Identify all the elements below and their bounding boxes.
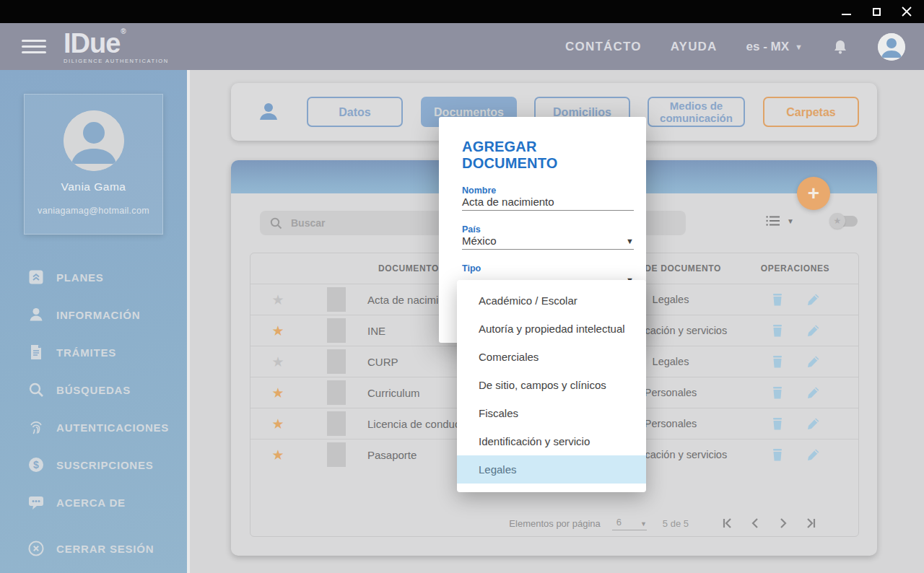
edit-button[interactable] — [806, 385, 821, 401]
registered-mark: ® — [121, 28, 125, 35]
chevron-down-icon: ▼ — [795, 43, 803, 51]
sidebar-item-label: CERRAR SESIÓN — [56, 543, 154, 555]
modal-title: AGREGAR DOCUMENTO — [462, 139, 632, 172]
edit-button[interactable] — [806, 292, 821, 307]
favorite-star-icon[interactable]: ★ — [250, 385, 305, 401]
document-thumbnail — [327, 442, 346, 467]
previous-page-button[interactable] — [749, 517, 762, 530]
sidebar-item-label: PLANES — [56, 271, 104, 284]
favorites-filter-toggle[interactable]: ★ — [832, 216, 858, 227]
minimize-icon — [842, 14, 851, 15]
sidebar-item-informacion[interactable]: INFORMACIÓN — [0, 296, 187, 333]
nombre-input[interactable]: Acta de nacimiento — [462, 198, 634, 211]
tab-carpetas[interactable]: Carpetas — [763, 97, 859, 127]
pagination-bar: Elementos por página 6 ▼ 5 de 5 — [250, 510, 858, 536]
list-view-icon — [766, 215, 780, 227]
sidebar-item-label: INFORMACIÓN — [56, 309, 140, 321]
option-de-sitio-campos-clinicos[interactable]: De sitio, campos y clínicos — [457, 371, 646, 399]
person-icon — [27, 306, 45, 323]
sidebar-item-planes[interactable]: PLANES — [0, 258, 187, 296]
delete-button[interactable] — [770, 385, 785, 401]
view-mode-selector[interactable]: ▼ — [766, 215, 794, 227]
sidebar-item-label: ACERCA DE — [56, 497, 126, 509]
sidebar-item-autenticaciones[interactable]: AUTENTICACIONES — [0, 408, 187, 446]
items-per-page-label: Elementos por página — [509, 518, 600, 529]
first-page-button[interactable] — [720, 517, 733, 530]
option-legales[interactable]: Legales — [457, 455, 646, 484]
tipo-options-listbox: Académico / Escolar Autoría y propiedad … — [457, 280, 646, 492]
option-autoria-propiedad-intelectual[interactable]: Autoría y propiedad intelectual — [457, 315, 646, 343]
app-logo: IDue® DILIGENCE AUTHENTICATION — [64, 30, 169, 64]
sidebar-item-tramites[interactable]: TRÁMITES — [0, 333, 187, 371]
minimize-button[interactable] — [840, 6, 852, 17]
last-page-button[interactable] — [805, 517, 818, 530]
delete-button[interactable] — [770, 292, 785, 307]
page-size-value: 6 — [612, 517, 622, 528]
star-icon: ★ — [829, 213, 845, 229]
logo-text: IDue — [64, 28, 120, 58]
edit-button[interactable] — [806, 447, 821, 463]
page-range: 5 de 5 — [663, 518, 689, 529]
sidebar-item-label: BÚSQUEDAS — [56, 384, 131, 396]
edit-button[interactable] — [806, 354, 821, 369]
field-label: Nombre — [462, 185, 634, 196]
field-label: Tipo — [462, 263, 634, 274]
edit-button[interactable] — [806, 416, 821, 432]
plans-icon — [27, 268, 45, 286]
document-thumbnail — [327, 318, 346, 343]
app-header: IDue® DILIGENCE AUTHENTICATION CONTÁCTO … — [0, 23, 924, 70]
favorite-star-icon[interactable]: ★ — [250, 354, 305, 370]
delete-button[interactable] — [770, 323, 785, 338]
user-avatar[interactable] — [878, 33, 905, 61]
sidebar-item-label: TRÁMITES — [56, 346, 116, 359]
sidebar-item-suscripciones[interactable]: $ SUSCRIPCIONES — [0, 446, 187, 484]
tab-datos[interactable]: Datos — [307, 97, 403, 127]
language-selector[interactable]: es - MX ▼ — [746, 40, 803, 54]
delete-button[interactable] — [770, 416, 785, 432]
sidebar-item-acerca-de[interactable]: ACERCA DE — [0, 484, 187, 521]
maximize-icon — [873, 8, 881, 16]
favorite-star-icon[interactable]: ★ — [250, 292, 305, 308]
option-fiscales[interactable]: Fiscales — [457, 399, 646, 427]
field-nombre: Nombre Acta de nacimiento — [462, 185, 634, 211]
sidebar-item-cerrar-sesion[interactable]: CERRAR SESIÓN — [0, 530, 187, 567]
svg-text:$: $ — [33, 459, 39, 471]
profile-email: vaniagamag@hotmail.com — [38, 206, 149, 216]
favorite-star-icon[interactable]: ★ — [250, 447, 305, 463]
logo-tagline: DILIGENCE AUTHENTICATION — [64, 58, 169, 64]
document-thumbnail — [327, 287, 346, 312]
pais-select[interactable]: México ▼ — [462, 237, 634, 250]
document-thumbnail — [327, 380, 346, 405]
menu-icon[interactable] — [22, 40, 46, 53]
maximize-button[interactable] — [871, 6, 882, 17]
tab-medios-de-comunicacion[interactable]: Medios de comunicación — [648, 97, 745, 127]
option-academico-escolar[interactable]: Académico / Escolar — [457, 286, 646, 315]
page-size-select[interactable]: 6 ▼ — [612, 517, 647, 530]
sidebar: Vania Gama vaniagamag@hotmail.com PLANES… — [0, 70, 187, 573]
close-button[interactable] — [901, 6, 912, 17]
search-icon — [270, 217, 282, 229]
chevron-down-icon: ▼ — [787, 217, 794, 225]
add-document-button[interactable]: + — [797, 177, 830, 210]
favorite-star-icon[interactable]: ★ — [250, 416, 305, 432]
next-page-button[interactable] — [777, 517, 790, 530]
chevron-down-icon: ▼ — [640, 520, 647, 528]
close-icon — [902, 6, 912, 17]
nav-help[interactable]: AYUDA — [671, 40, 718, 54]
sidebar-menu: PLANES INFORMACIÓN TRÁMITES BÚSQUEDAS AU… — [0, 258, 187, 567]
option-comerciales[interactable]: Comerciales — [457, 343, 646, 371]
delete-button[interactable] — [770, 354, 785, 369]
nav-contact[interactable]: CONTÁCTO — [565, 40, 642, 54]
edit-button[interactable] — [806, 323, 821, 338]
logout-icon — [27, 540, 45, 557]
option-identificacion-servicio[interactable]: Identificación y servicio — [457, 427, 646, 455]
content-divider — [187, 70, 190, 573]
column-header-operaciones: OPERACIONES — [750, 263, 858, 274]
sidebar-item-label: SUSCRIPCIONES — [56, 459, 154, 471]
sidebar-item-busquedas[interactable]: BÚSQUEDAS — [0, 371, 187, 408]
profile-card: Vania Gama vaniagamag@hotmail.com — [24, 94, 163, 235]
dollar-icon: $ — [27, 456, 45, 473]
favorite-star-icon[interactable]: ★ — [250, 323, 305, 339]
notifications-bell-icon[interactable] — [832, 38, 849, 56]
delete-button[interactable] — [770, 447, 785, 463]
